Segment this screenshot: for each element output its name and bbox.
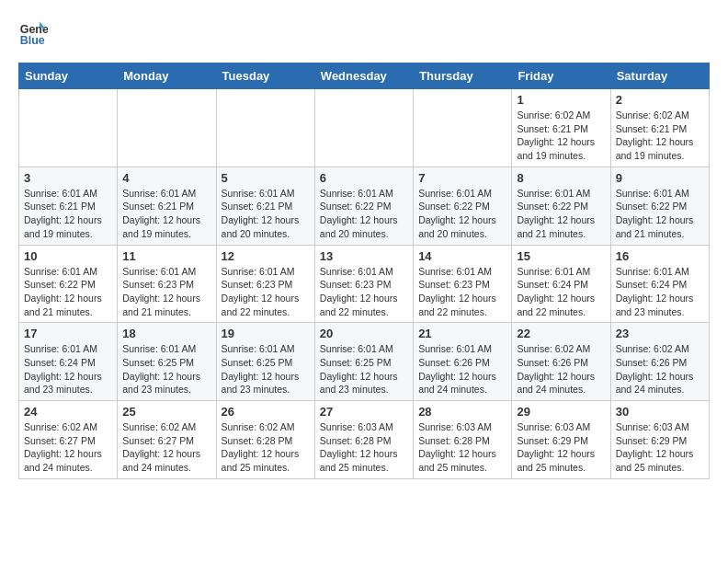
day-cell: 10Sunrise: 6:01 AM Sunset: 6:22 PM Dayli… bbox=[19, 245, 118, 323]
day-info: Sunrise: 6:02 AM Sunset: 6:26 PM Dayligh… bbox=[517, 342, 605, 396]
page-header: General Blue bbox=[18, 18, 710, 48]
day-info: Sunrise: 6:01 AM Sunset: 6:22 PM Dayligh… bbox=[616, 187, 704, 241]
day-number: 7 bbox=[418, 171, 506, 185]
weekday-header-thursday: Thursday bbox=[414, 63, 512, 89]
day-cell bbox=[314, 89, 413, 167]
week-row-2: 3Sunrise: 6:01 AM Sunset: 6:21 PM Daylig… bbox=[19, 167, 710, 245]
day-info: Sunrise: 6:01 AM Sunset: 6:22 PM Dayligh… bbox=[24, 265, 112, 319]
day-number: 16 bbox=[616, 249, 704, 263]
day-cell: 9Sunrise: 6:01 AM Sunset: 6:22 PM Daylig… bbox=[610, 167, 709, 245]
day-cell: 28Sunrise: 6:03 AM Sunset: 6:28 PM Dayli… bbox=[414, 401, 512, 479]
day-number: 1 bbox=[517, 93, 605, 107]
day-cell: 13Sunrise: 6:01 AM Sunset: 6:23 PM Dayli… bbox=[314, 245, 413, 323]
weekday-header-saturday: Saturday bbox=[610, 63, 709, 89]
day-info: Sunrise: 6:03 AM Sunset: 6:28 PM Dayligh… bbox=[320, 420, 408, 475]
day-number: 21 bbox=[418, 327, 506, 340]
day-info: Sunrise: 6:01 AM Sunset: 6:23 PM Dayligh… bbox=[418, 265, 506, 319]
day-number: 5 bbox=[222, 171, 310, 185]
weekday-header-sunday: Sunday bbox=[19, 63, 118, 89]
weekday-header-tuesday: Tuesday bbox=[216, 63, 314, 89]
day-cell: 24Sunrise: 6:02 AM Sunset: 6:27 PM Dayli… bbox=[19, 401, 118, 479]
day-number: 22 bbox=[517, 327, 605, 340]
day-info: Sunrise: 6:02 AM Sunset: 6:26 PM Dayligh… bbox=[616, 342, 704, 396]
day-number: 17 bbox=[24, 327, 112, 340]
day-cell bbox=[414, 89, 512, 167]
day-info: Sunrise: 6:03 AM Sunset: 6:28 PM Dayligh… bbox=[418, 420, 506, 475]
day-cell: 26Sunrise: 6:02 AM Sunset: 6:28 PM Dayli… bbox=[216, 401, 314, 479]
day-info: Sunrise: 6:01 AM Sunset: 6:26 PM Dayligh… bbox=[418, 342, 506, 396]
day-number: 10 bbox=[24, 249, 112, 263]
day-info: Sunrise: 6:01 AM Sunset: 6:23 PM Dayligh… bbox=[222, 265, 310, 319]
week-row-4: 17Sunrise: 6:01 AM Sunset: 6:24 PM Dayli… bbox=[19, 323, 710, 401]
day-cell: 14Sunrise: 6:01 AM Sunset: 6:23 PM Dayli… bbox=[414, 245, 512, 323]
day-cell bbox=[216, 89, 314, 167]
day-info: Sunrise: 6:01 AM Sunset: 6:22 PM Dayligh… bbox=[517, 187, 605, 241]
day-info: Sunrise: 6:02 AM Sunset: 6:28 PM Dayligh… bbox=[222, 420, 310, 475]
day-cell: 27Sunrise: 6:03 AM Sunset: 6:28 PM Dayli… bbox=[314, 401, 413, 479]
day-cell: 7Sunrise: 6:01 AM Sunset: 6:22 PM Daylig… bbox=[414, 167, 512, 245]
day-number: 20 bbox=[320, 327, 408, 340]
day-info: Sunrise: 6:03 AM Sunset: 6:29 PM Dayligh… bbox=[616, 420, 704, 475]
day-number: 18 bbox=[122, 327, 210, 340]
day-info: Sunrise: 6:02 AM Sunset: 6:27 PM Dayligh… bbox=[24, 420, 112, 475]
day-cell: 18Sunrise: 6:01 AM Sunset: 6:25 PM Dayli… bbox=[118, 323, 216, 401]
day-number: 23 bbox=[616, 327, 704, 340]
day-number: 29 bbox=[517, 405, 605, 419]
day-number: 11 bbox=[122, 249, 210, 263]
day-cell: 8Sunrise: 6:01 AM Sunset: 6:22 PM Daylig… bbox=[512, 167, 610, 245]
svg-text:Blue: Blue bbox=[20, 34, 45, 47]
day-cell: 20Sunrise: 6:01 AM Sunset: 6:25 PM Dayli… bbox=[314, 323, 413, 401]
day-info: Sunrise: 6:01 AM Sunset: 6:21 PM Dayligh… bbox=[24, 187, 112, 241]
week-row-5: 24Sunrise: 6:02 AM Sunset: 6:27 PM Dayli… bbox=[19, 401, 710, 479]
day-cell: 6Sunrise: 6:01 AM Sunset: 6:22 PM Daylig… bbox=[314, 167, 413, 245]
week-row-3: 10Sunrise: 6:01 AM Sunset: 6:22 PM Dayli… bbox=[19, 245, 710, 323]
day-info: Sunrise: 6:01 AM Sunset: 6:21 PM Dayligh… bbox=[122, 187, 210, 241]
day-number: 2 bbox=[616, 93, 704, 107]
day-number: 25 bbox=[122, 405, 210, 419]
day-cell: 4Sunrise: 6:01 AM Sunset: 6:21 PM Daylig… bbox=[118, 167, 216, 245]
day-cell: 17Sunrise: 6:01 AM Sunset: 6:24 PM Dayli… bbox=[19, 323, 118, 401]
day-number: 27 bbox=[320, 405, 408, 419]
day-number: 12 bbox=[222, 249, 310, 263]
day-number: 3 bbox=[24, 171, 112, 185]
day-cell: 16Sunrise: 6:01 AM Sunset: 6:24 PM Dayli… bbox=[610, 245, 709, 323]
day-info: Sunrise: 6:01 AM Sunset: 6:23 PM Dayligh… bbox=[122, 265, 210, 319]
day-cell: 29Sunrise: 6:03 AM Sunset: 6:29 PM Dayli… bbox=[512, 401, 610, 479]
day-cell: 21Sunrise: 6:01 AM Sunset: 6:26 PM Dayli… bbox=[414, 323, 512, 401]
day-number: 13 bbox=[320, 249, 408, 263]
day-number: 9 bbox=[616, 171, 704, 185]
day-cell: 22Sunrise: 6:02 AM Sunset: 6:26 PM Dayli… bbox=[512, 323, 610, 401]
day-number: 30 bbox=[616, 405, 704, 419]
calendar-table: SundayMondayTuesdayWednesdayThursdayFrid… bbox=[18, 63, 710, 479]
day-cell: 5Sunrise: 6:01 AM Sunset: 6:21 PM Daylig… bbox=[216, 167, 314, 245]
week-row-1: 1Sunrise: 6:02 AM Sunset: 6:21 PM Daylig… bbox=[19, 89, 710, 167]
day-cell: 30Sunrise: 6:03 AM Sunset: 6:29 PM Dayli… bbox=[610, 401, 709, 479]
day-info: Sunrise: 6:01 AM Sunset: 6:25 PM Dayligh… bbox=[320, 342, 408, 396]
day-cell: 2Sunrise: 6:02 AM Sunset: 6:21 PM Daylig… bbox=[610, 89, 709, 167]
day-number: 6 bbox=[320, 171, 408, 185]
day-info: Sunrise: 6:03 AM Sunset: 6:29 PM Dayligh… bbox=[517, 420, 605, 475]
day-info: Sunrise: 6:01 AM Sunset: 6:24 PM Dayligh… bbox=[616, 265, 704, 319]
day-info: Sunrise: 6:02 AM Sunset: 6:27 PM Dayligh… bbox=[122, 420, 210, 475]
weekday-header-friday: Friday bbox=[512, 63, 610, 89]
day-cell: 25Sunrise: 6:02 AM Sunset: 6:27 PM Dayli… bbox=[118, 401, 216, 479]
day-info: Sunrise: 6:02 AM Sunset: 6:21 PM Dayligh… bbox=[517, 109, 605, 163]
day-info: Sunrise: 6:02 AM Sunset: 6:21 PM Dayligh… bbox=[616, 109, 704, 163]
day-cell: 15Sunrise: 6:01 AM Sunset: 6:24 PM Dayli… bbox=[512, 245, 610, 323]
day-info: Sunrise: 6:01 AM Sunset: 6:24 PM Dayligh… bbox=[517, 265, 605, 319]
day-number: 19 bbox=[222, 327, 310, 340]
day-number: 15 bbox=[517, 249, 605, 263]
day-number: 14 bbox=[418, 249, 506, 263]
day-cell: 23Sunrise: 6:02 AM Sunset: 6:26 PM Dayli… bbox=[610, 323, 709, 401]
day-cell: 1Sunrise: 6:02 AM Sunset: 6:21 PM Daylig… bbox=[512, 89, 610, 167]
weekday-header-row: SundayMondayTuesdayWednesdayThursdayFrid… bbox=[19, 63, 710, 89]
day-info: Sunrise: 6:01 AM Sunset: 6:22 PM Dayligh… bbox=[418, 187, 506, 241]
weekday-header-wednesday: Wednesday bbox=[314, 63, 413, 89]
day-number: 24 bbox=[24, 405, 112, 419]
day-info: Sunrise: 6:01 AM Sunset: 6:25 PM Dayligh… bbox=[122, 342, 210, 396]
day-cell: 12Sunrise: 6:01 AM Sunset: 6:23 PM Dayli… bbox=[216, 245, 314, 323]
day-info: Sunrise: 6:01 AM Sunset: 6:21 PM Dayligh… bbox=[222, 187, 310, 241]
day-cell: 19Sunrise: 6:01 AM Sunset: 6:25 PM Dayli… bbox=[216, 323, 314, 401]
day-cell bbox=[19, 89, 118, 167]
day-cell: 11Sunrise: 6:01 AM Sunset: 6:23 PM Dayli… bbox=[118, 245, 216, 323]
